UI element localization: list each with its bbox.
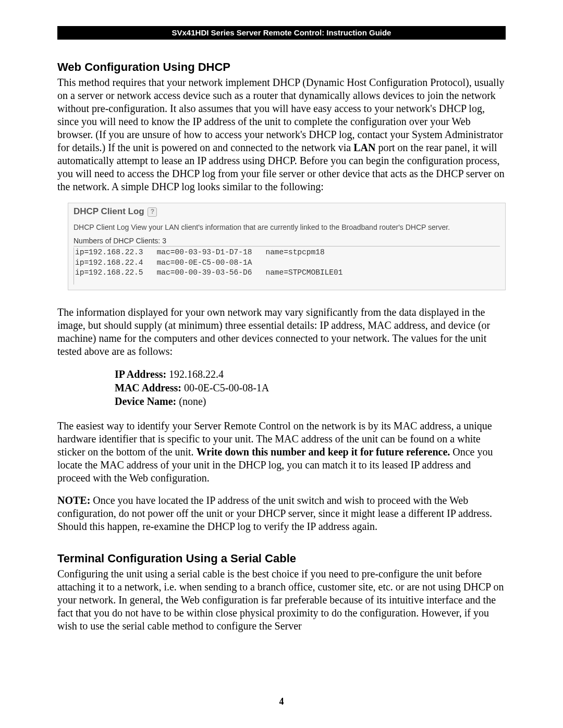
bold-note: NOTE: <box>57 495 90 506</box>
para-mac-identify: The easiest way to identify your Server … <box>57 419 506 485</box>
page-number: 4 <box>0 696 563 707</box>
para-web-config-intro: This method requires that your network i… <box>57 76 506 193</box>
label-ip: IP Address: <box>115 368 166 380</box>
dhcp-log-title-text: DHCP Client Log <box>74 206 144 216</box>
para-terminal-config: Configuring the unit using a serial cabl… <box>57 567 506 633</box>
text-run: Once you have located the IP address of … <box>57 495 492 532</box>
para-note: NOTE: Once you have located the IP addre… <box>57 494 506 533</box>
label-mac: MAC Address: <box>115 382 181 393</box>
heading-web-config: Web Configuration Using DHCP <box>57 60 506 74</box>
page-header-title: SVx41HDI Series Server Remote Control: I… <box>172 28 391 37</box>
help-icon: ? <box>148 207 157 217</box>
detail-mac: MAC Address: 00-0E-C5-00-08-1A <box>115 381 506 394</box>
detail-ip: IP Address: 192.168.22.4 <box>115 367 506 381</box>
value-ip: 192.168.22.4 <box>166 368 224 380</box>
document-page: SVx41HDI Series Server Remote Control: I… <box>0 0 563 728</box>
dhcp-client-count: Numbers of DHCP Clients: 3 <box>74 237 500 246</box>
value-mac: 00-0E-C5-00-08-1A <box>181 382 269 393</box>
dhcp-log-title: DHCP Client Log ? <box>74 206 500 217</box>
heading-terminal-config: Terminal Configuration Using a Serial Ca… <box>57 552 506 565</box>
dhcp-log-figure: DHCP Client Log ? DHCP Client Log View y… <box>68 203 506 290</box>
dhcp-log-description: DHCP Client Log View your LAN client's i… <box>74 223 500 231</box>
unit-detail-block: IP Address: 192.168.22.4 MAC Address: 00… <box>115 367 506 408</box>
para-network-info: The information displayed for your own n… <box>57 306 506 358</box>
bold-lan: LAN <box>353 142 375 153</box>
label-device: Device Name: <box>115 396 176 407</box>
detail-device: Device Name: (none) <box>115 394 506 408</box>
value-device: (none) <box>176 396 206 407</box>
dhcp-log-rows: ip=192.168.22.3 mac=00-03-93-D1-D7-18 na… <box>74 248 500 285</box>
bold-write-down: Write down this number and keep it for f… <box>197 446 450 458</box>
page-header-bar: SVx41HDI Series Server Remote Control: I… <box>57 26 506 40</box>
